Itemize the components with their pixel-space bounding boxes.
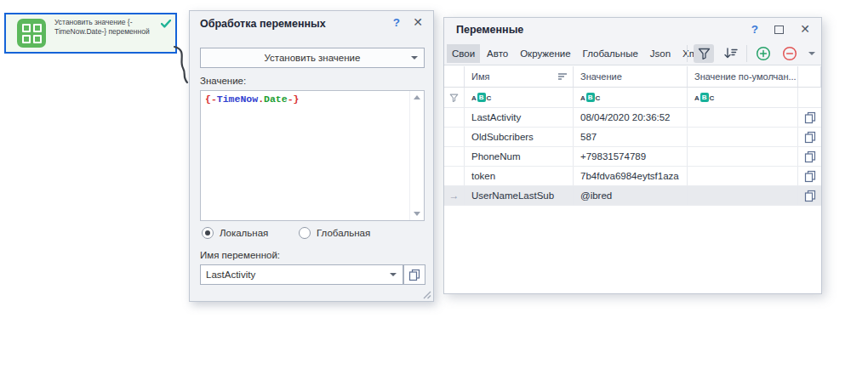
variable-value-cell[interactable]: +79831574789 — [574, 147, 688, 166]
close-icon[interactable]: ✕ — [413, 15, 423, 29]
expression-token: Date — [264, 94, 288, 105]
plus-circle-icon — [756, 46, 771, 61]
variable-value-cell[interactable]: 587 — [574, 128, 688, 146]
variable-name-cell[interactable]: UserNameLastSub — [465, 186, 574, 205]
variable-default-cell[interactable] — [688, 128, 798, 146]
action-type-dropdown[interactable]: Установить значение — [200, 48, 425, 68]
table-row[interactable]: LastActivity 08/04/2020 20:36:52 — [444, 108, 821, 128]
copy-variable-cell[interactable] — [798, 186, 821, 205]
filter-actions-cell — [798, 88, 821, 107]
column-header-name[interactable]: Имя — [465, 66, 574, 87]
expression-token: -} — [288, 94, 300, 105]
table-row[interactable]: → UserNameLastSub @ibred — [444, 186, 821, 206]
radio-icon[interactable] — [299, 227, 311, 239]
filter-input-default[interactable]: ABC — [688, 88, 798, 107]
textarea-scrollbar[interactable] — [409, 91, 424, 220]
copy-variable-button[interactable] — [403, 264, 425, 285]
value-expression: {-TimeNow.Date-} — [205, 94, 407, 218]
action-node-set-value[interactable]: Установить значение {-TimeNow.Date-} пер… — [4, 13, 177, 54]
table-empty-area — [444, 206, 821, 386]
variable-value-cell[interactable]: 08/04/2020 20:36:52 — [574, 108, 688, 127]
value-label: Значение: — [200, 76, 246, 86]
copy-variable-cell[interactable] — [798, 147, 821, 166]
resize-grip[interactable] — [421, 289, 431, 299]
abc-filter-icon: ABC — [580, 93, 600, 102]
toolbar-separator — [687, 45, 688, 62]
abc-filter-icon: ABC — [694, 93, 714, 102]
tab-авто[interactable]: Авто — [482, 44, 513, 63]
maximize-icon[interactable] — [774, 26, 784, 34]
help-icon[interactable]: ? — [393, 16, 400, 29]
variable-default-cell[interactable] — [688, 167, 798, 185]
copy-icon — [408, 269, 420, 281]
abc-filter-icon: ABC — [471, 93, 491, 102]
tab-свои[interactable]: Свои — [447, 44, 480, 63]
row-indicator-cell — [444, 108, 465, 127]
table-header-row: Имя Значение Значение по-умолчан... — [444, 66, 821, 88]
add-variable-button[interactable] — [753, 44, 774, 63]
value-textarea[interactable]: {-TimeNow.Date-} — [200, 90, 425, 221]
filter-input-value[interactable]: ABC — [574, 88, 688, 107]
filter-funnel-cell[interactable] — [444, 88, 465, 107]
scope-radio-global[interactable]: Глобальная — [299, 227, 396, 239]
copy-icon — [804, 170, 816, 183]
row-indicator-cell: → — [444, 186, 465, 205]
variables-table: Имя Значение Значение по-умолчан... ABC … — [444, 66, 821, 293]
expression-token: . — [258, 94, 264, 105]
column-header-value[interactable]: Значение — [574, 66, 688, 87]
variable-default-cell[interactable] — [688, 147, 798, 166]
column-sort-icon — [558, 73, 567, 81]
copy-variable-cell[interactable] — [798, 167, 821, 185]
variable-name-cell[interactable]: OldSubcribers — [465, 128, 574, 146]
copy-variable-cell[interactable] — [798, 128, 821, 146]
selected-row-arrow-icon: → — [449, 190, 460, 202]
table-row[interactable]: token 7b4fdva6984eytsf1aza — [444, 167, 821, 186]
expression-token: TimeNow — [217, 94, 258, 105]
action-type-value: Установить значение — [265, 53, 361, 63]
tab-глобальные[interactable]: Глобальные — [578, 44, 643, 63]
copy-variable-cell[interactable] — [798, 108, 821, 127]
variable-name-cell[interactable]: token — [465, 167, 574, 185]
copy-icon — [804, 190, 816, 202]
column-header-default[interactable]: Значение по-умолчан... — [688, 66, 798, 87]
scroll-up-icon[interactable] — [414, 95, 420, 99]
variable-name-dropdown[interactable]: LastActivity — [200, 264, 403, 285]
variable-processing-dialog: Обработка переменных ? ✕ Установить знач… — [189, 10, 434, 302]
minus-circle-icon — [782, 46, 797, 61]
tab-json[interactable]: Json — [645, 44, 676, 63]
variable-value-cell[interactable]: 7b4fdva6984eytsf1aza — [574, 167, 688, 185]
table-body: LastActivity 08/04/2020 20:36:52 OldSubc… — [444, 108, 821, 206]
row-indicator-cell — [444, 147, 465, 166]
row-indicator-cell — [444, 128, 465, 146]
row-indicator-header — [444, 66, 465, 87]
toolbar-separator — [746, 45, 747, 62]
filter-button[interactable] — [694, 44, 714, 63]
chevron-down-icon — [390, 273, 397, 276]
chevron-down-icon — [411, 56, 418, 60]
tab-окружение[interactable]: Окружение — [515, 44, 575, 63]
filter-row: ABC ABC ABC — [444, 88, 821, 108]
variables-toolbar — [687, 44, 818, 63]
scroll-down-icon[interactable] — [414, 212, 420, 216]
variable-name-value: LastActivity — [206, 270, 255, 280]
variable-name-cell[interactable]: PhoneNum — [465, 147, 574, 166]
variable-name-cell[interactable]: LastActivity — [465, 108, 574, 127]
variable-name-label: Имя переменной: — [200, 250, 280, 260]
table-row[interactable]: OldSubcribers 587 — [444, 128, 821, 147]
sort-button[interactable] — [720, 44, 740, 63]
radio-icon[interactable] — [202, 227, 214, 239]
variable-value-cell[interactable]: @ibred — [574, 186, 688, 205]
chevron-down-icon[interactable] — [808, 52, 815, 55]
variable-default-cell[interactable] — [688, 186, 798, 205]
scope-radio-local[interactable]: Локальная — [202, 227, 299, 239]
help-icon[interactable]: ? — [751, 23, 758, 36]
radio-label: Локальная — [220, 228, 268, 238]
remove-variable-button[interactable] — [779, 44, 800, 63]
close-icon[interactable]: ✕ — [800, 22, 810, 36]
copy-icon — [804, 111, 816, 124]
filter-input-name[interactable]: ABC — [465, 88, 574, 107]
table-row[interactable]: PhoneNum +79831574789 — [444, 147, 821, 167]
variables-panel: Переменные ? ✕ СвоиАвтоОкружениеГлобальн… — [443, 17, 822, 294]
node-label: Установить значение {-TimeNow.Date-} пер… — [54, 18, 155, 37]
variable-default-cell[interactable] — [688, 108, 798, 127]
